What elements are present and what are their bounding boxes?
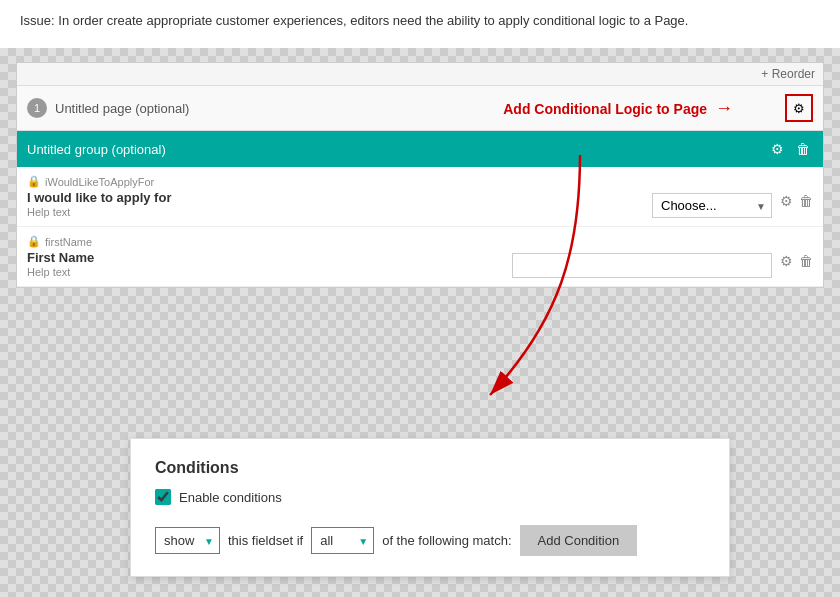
field-help-2: Help text bbox=[27, 266, 492, 278]
conditional-annotation: Add Conditional Logic to Page → bbox=[503, 98, 733, 119]
lock-icon-1: 🔒 bbox=[27, 175, 41, 188]
all-select[interactable]: all any none bbox=[311, 527, 374, 554]
reorder-button[interactable]: + Reorder bbox=[761, 67, 815, 81]
issue-text: Issue: In order create appropriate custo… bbox=[20, 12, 820, 30]
conditions-title: Conditions bbox=[155, 459, 705, 477]
add-condition-button[interactable]: Add Condition bbox=[520, 525, 638, 556]
page-row: 1 Untitled page (optional) Add Condition… bbox=[17, 86, 823, 131]
field-trash-button-2[interactable]: 🗑 bbox=[799, 253, 813, 269]
field-gear-button-2[interactable]: ⚙ bbox=[780, 253, 793, 269]
page-number: 1 bbox=[27, 98, 47, 118]
add-conditional-label: Add Conditional Logic to Page bbox=[503, 100, 707, 116]
field-api-name-1: 🔒 iWouldLikeToApplyFor bbox=[27, 175, 632, 188]
field-label-1: I would like to apply for bbox=[27, 190, 632, 205]
arrow-icon: → bbox=[715, 98, 733, 119]
reorder-bar: + Reorder bbox=[17, 63, 823, 86]
field-row-2: 🔒 firstName First Name Help text ⚙ 🗑 bbox=[17, 227, 823, 287]
page-gear-button[interactable]: ⚙ bbox=[785, 94, 813, 122]
match-text: of the following match: bbox=[382, 533, 511, 548]
enable-conditions-row: Enable conditions bbox=[155, 489, 705, 505]
field-help-1: Help text bbox=[27, 206, 632, 218]
field-trash-button-1[interactable]: 🗑 bbox=[799, 193, 813, 209]
field-api-name-2: 🔒 firstName bbox=[27, 235, 492, 248]
gear-icon: ⚙ bbox=[793, 101, 805, 116]
enable-conditions-label: Enable conditions bbox=[179, 490, 282, 505]
lock-icon-2: 🔒 bbox=[27, 235, 41, 248]
group-gear-button[interactable]: ⚙ bbox=[767, 139, 787, 159]
conditions-panel: Conditions Enable conditions show hide ▼… bbox=[130, 438, 730, 577]
group-label: Untitled group (optional) bbox=[27, 142, 166, 157]
field-gear-button-1[interactable]: ⚙ bbox=[780, 193, 793, 209]
field-row-1: 🔒 iWouldLikeToApplyFor I would like to a… bbox=[17, 167, 823, 227]
show-select[interactable]: show hide bbox=[155, 527, 220, 554]
field-text-input-2[interactable] bbox=[512, 253, 772, 278]
group-header: Untitled group (optional) ⚙ 🗑 bbox=[17, 131, 823, 167]
enable-conditions-checkbox[interactable] bbox=[155, 489, 171, 505]
fieldset-text: this fieldset if bbox=[228, 533, 303, 548]
group-trash-button[interactable]: 🗑 bbox=[793, 139, 813, 159]
field-label-2: First Name bbox=[27, 250, 492, 265]
condition-row: show hide ▼ this fieldset if all any non… bbox=[155, 525, 705, 556]
field-select-1[interactable]: Choose... bbox=[652, 193, 772, 218]
